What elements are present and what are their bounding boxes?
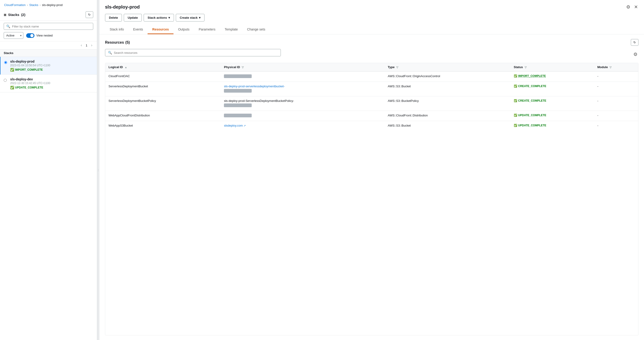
sort-asc-icon: ▲: [125, 66, 127, 69]
stack-status-dev: ✅ UPDATE_COMPLETE: [10, 86, 93, 89]
breadcrumb-cloudformation[interactable]: CloudFormation: [4, 3, 26, 7]
search-icon: 🔍: [6, 24, 10, 28]
settings-icon-button[interactable]: ⚙: [626, 4, 631, 10]
breadcrumb-stacks[interactable]: Stacks: [30, 3, 38, 7]
stack-list: sls-deploy-prod 2023-01-04 10:50:54 UTC+…: [0, 57, 97, 340]
stack-status-prod: ✅ IMPORT_COMPLETE: [10, 68, 93, 72]
main-content: sls-deploy-prod ⚙ ✕ Delete Update Stack …: [100, 0, 644, 340]
stack-item-dev[interactable]: sls-deploy-dev 2022-12-30 15:42:45 UTC+1…: [0, 75, 97, 92]
module-cloudfrontoac: -: [594, 71, 638, 82]
physical-id-cloudfrontoac: [221, 71, 384, 82]
module-webapp-s3: -: [594, 121, 638, 130]
table-row: ServerlessDeploymentBucketPolicy sls-dep…: [105, 96, 638, 111]
action-buttons: Delete Update Stack actions ▾ Create sta…: [105, 14, 638, 21]
resources-settings-button[interactable]: ⚙: [632, 51, 638, 58]
filter-row: Active All Deleted View nested: [4, 32, 93, 39]
breadcrumb-current: sls-deploy-prod: [42, 3, 63, 7]
physical-id-webapp-cf: [221, 111, 384, 121]
delete-button[interactable]: Delete: [105, 14, 122, 21]
resources-refresh-button[interactable]: ↻: [631, 39, 638, 46]
table-row: WebAppCloudFrontDistribution AWS::CloudF…: [105, 111, 638, 121]
panel-title: sls-deploy-prod: [105, 4, 140, 10]
resources-title: Resources: [105, 40, 124, 45]
module-sls-policy: -: [594, 96, 638, 111]
logical-id-sls-bucket: ServerlessDeploymentBucket: [105, 82, 221, 96]
webapp-s3-link[interactable]: slsdeploy.com: [224, 124, 246, 127]
status-check-icon: ✅: [514, 85, 517, 88]
refresh-icon: ↻: [88, 13, 91, 16]
view-nested-toggle[interactable]: [26, 33, 34, 38]
tab-change-sets[interactable]: Change sets: [242, 25, 270, 34]
sort-module-icon: ▽: [610, 66, 612, 69]
col-module[interactable]: Module ▽: [594, 63, 638, 71]
table-body: CloudFrontOAC AWS::CloudFront::OriginAcc…: [105, 71, 638, 130]
resources-search-input[interactable]: [114, 51, 278, 54]
resources-refresh-icon: ↻: [633, 41, 636, 44]
stack-search-input[interactable]: [12, 25, 91, 28]
col-type[interactable]: Type ▽: [384, 63, 510, 71]
tab-template[interactable]: Template: [220, 25, 242, 34]
breadcrumb: CloudFormation › Stacks › sls-deploy-pro…: [0, 0, 97, 9]
tab-resources[interactable]: Resources: [148, 25, 174, 34]
collapse-icon[interactable]: ▣: [4, 13, 6, 16]
panel-divider[interactable]: ⋮: [97, 0, 100, 340]
status-check-icon-dev: ✅: [10, 86, 14, 89]
sidebar-refresh-button[interactable]: ↻: [86, 11, 93, 18]
tab-outputs[interactable]: Outputs: [174, 25, 194, 34]
type-webapp-cf: AWS::CloudFront::Distribution: [384, 111, 510, 121]
status-sls-bucket: ✅ CREATE_COMPLETE: [510, 82, 594, 96]
update-button[interactable]: Update: [124, 14, 142, 21]
panel-header: sls-deploy-prod ⚙ ✕ Delete Update Stack …: [100, 0, 644, 34]
logical-id-webapp-cf: WebAppCloudFrontDistribution: [105, 111, 221, 121]
sidebar-controls: 🔍 Active All Deleted View nested: [0, 20, 97, 41]
status-cloudfrontoac: ✅ IMPORT_COMPLETE: [510, 71, 594, 82]
redacted-cf-id: [224, 114, 252, 117]
panel-title-row: sls-deploy-prod ⚙ ✕: [105, 4, 638, 10]
status-filter-wrapper: Active All Deleted: [4, 32, 23, 39]
col-status[interactable]: Status ▽: [510, 63, 594, 71]
sidebar-header: ▣ Stacks (2) ↻: [0, 9, 97, 20]
create-stack-button[interactable]: Create stack ▾: [176, 14, 204, 21]
resources-search-icon: 🔍: [108, 51, 112, 54]
resources-table: Logical ID ▲ Physical ID ▽ Type ▽: [105, 63, 638, 335]
status-check-icon: ✅: [514, 99, 517, 102]
tab-parameters[interactable]: Parameters: [194, 25, 220, 34]
next-page-button[interactable]: ›: [90, 43, 93, 48]
tabs: Stack info Events Resources Outputs Para…: [105, 25, 638, 34]
status-filter-select[interactable]: Active All Deleted: [4, 32, 23, 39]
close-icon-button[interactable]: ✕: [634, 4, 638, 10]
stack-item-prod[interactable]: sls-deploy-prod 2023-01-04 10:50:54 UTC+…: [0, 57, 97, 75]
resources-header: Resources (5) ↻: [105, 39, 638, 46]
resources-panel: Resources (5) ↻ 🔍 ⚙: [100, 34, 644, 340]
tab-stack-info[interactable]: Stack info: [105, 25, 128, 34]
stack-radio-dev[interactable]: [4, 79, 7, 82]
toggle-label: View nested: [36, 34, 53, 37]
table-row: WebAppS3Bucket slsdeploy.com AWS::S3::Bu…: [105, 121, 638, 130]
stack-search-box: 🔍: [4, 23, 93, 30]
redacted-id: [224, 74, 252, 78]
logical-id-webapp-s3: WebAppS3Bucket: [105, 121, 221, 130]
status-check-icon: ✅: [514, 74, 517, 78]
resources-search-box: 🔍: [105, 49, 281, 56]
sls-policy-text: sls-deploy-prod-ServerlessDeploymentBuck…: [224, 99, 294, 103]
dropdown-icon: ▾: [168, 16, 170, 19]
stack-actions-button[interactable]: Stack actions ▾: [144, 14, 174, 21]
col-physical-id[interactable]: Physical ID ▽: [221, 63, 384, 71]
stack-radio-prod[interactable]: [4, 61, 7, 64]
toggle-row: View nested: [26, 33, 53, 38]
sort-type-icon: ▽: [396, 66, 398, 69]
status-check-icon: ✅: [514, 114, 517, 117]
sls-bucket-link[interactable]: sls-deploy-prod-serverlessdeploymentbuck…: [224, 85, 284, 88]
tab-events[interactable]: Events: [128, 25, 148, 34]
type-sls-policy: AWS::S3::BucketPolicy: [384, 96, 510, 111]
logical-id-cloudfrontoac: CloudFrontOAC: [105, 71, 221, 82]
status-webapp-cf: ✅ UPDATE_COMPLETE: [510, 111, 594, 121]
prev-page-button[interactable]: ‹: [80, 43, 83, 48]
table-header-row: Logical ID ▲ Physical ID ▽ Type ▽: [105, 63, 638, 71]
resources-search-wrapper: 🔍 ⚙: [105, 49, 638, 60]
status-check-icon-prod: ✅: [10, 68, 14, 72]
sidebar-count: (2): [21, 13, 25, 17]
resources-data-table: Logical ID ▲ Physical ID ▽ Type ▽: [105, 63, 638, 130]
col-logical-id[interactable]: Logical ID ▲: [105, 63, 221, 71]
module-sls-bucket: -: [594, 82, 638, 96]
